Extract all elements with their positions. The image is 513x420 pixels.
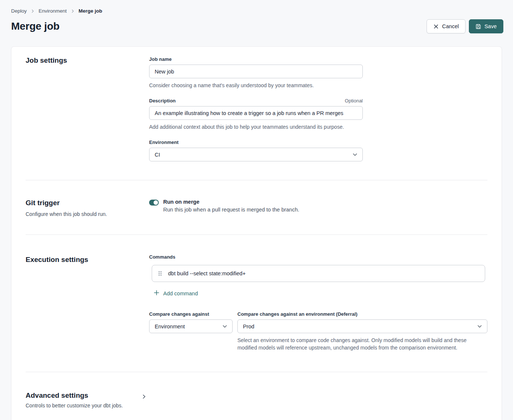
run-on-merge-toggle[interactable] [149,200,159,206]
description-field: Description Optional Add additional cont… [149,98,363,131]
breadcrumb-merge-job: Merge job [79,8,102,14]
advanced-settings-heading-col: Advanced settings Controls to better cus… [26,391,149,408]
page-title: Merge job [11,20,59,32]
section-job-settings: Job settings Job name Consider choosing … [11,47,502,180]
job-name-field: Job name Consider choosing a name that's… [149,56,363,89]
add-command-label: Add command [163,291,198,296]
compare-row: Compare changes against Environment Comp… [149,311,487,351]
command-row[interactable]: dbt build --select state:modified+ [152,265,485,282]
job-settings-heading-col: Job settings [26,56,149,161]
compare-against-label: Compare changes against [149,311,209,317]
chevron-down-icon [223,325,227,328]
deferral-select[interactable]: Prod [237,319,487,333]
chevron-down-icon [353,153,357,156]
x-icon [433,24,439,29]
job-form-card: Job settings Job name Consider choosing … [11,46,502,420]
environment-label: Environment [149,140,178,145]
job-name-input[interactable] [149,65,363,78]
drag-handle-icon[interactable] [158,271,162,276]
description-input[interactable] [149,106,363,120]
section-advanced-settings[interactable]: Advanced settings Controls to better cus… [11,372,502,420]
deferral-helper: Select an environment to compare code ch… [237,337,487,351]
job-settings-form: Job name Consider choosing a name that's… [149,56,487,161]
compare-against-field: Compare changes against Environment [149,311,233,351]
execution-settings-heading: Execution settings [26,256,149,264]
deferral-select-value: Prod [243,324,254,329]
description-optional-tag: Optional [345,98,363,104]
header-actions: Cancel Save [427,19,503,33]
plus-icon [154,290,159,296]
run-on-merge-row: Run on merge Run this job when a pull re… [149,199,487,213]
toggle-knob [154,200,158,205]
git-trigger-heading-col: Git trigger Configure when this job shou… [26,199,149,217]
run-on-merge-label: Run on merge [163,199,299,205]
run-on-merge-text: Run on merge Run this job when a pull re… [163,199,299,213]
advanced-settings-heading: Advanced settings [26,391,149,400]
cancel-button[interactable]: Cancel [427,19,466,33]
page-header: Deploy Environment Merge job Merge job C… [0,0,513,33]
floppy-disk-icon [476,24,481,29]
section-git-trigger: Git trigger Configure when this job shou… [11,180,502,234]
save-button-label: Save [484,23,497,29]
breadcrumb-environment[interactable]: Environment [39,8,67,14]
compare-against-select-value: Environment [155,324,185,329]
advanced-settings-subheading: Controls to better customize your dbt jo… [26,403,149,408]
description-label: Description [149,98,176,104]
chevron-right-icon [31,9,34,13]
merge-job-page: Deploy Environment Merge job Merge job C… [0,0,513,420]
job-name-helper: Consider choosing a name that's easily u… [149,82,363,89]
breadcrumb: Deploy Environment Merge job [11,8,503,14]
compare-against-select[interactable]: Environment [149,319,233,333]
git-trigger-subheading: Configure when this job should run. [26,211,149,217]
deferral-label: Compare changes against an environment (… [237,311,358,317]
commands-label: Commands [149,254,175,260]
git-trigger-form: Run on merge Run this job when a pull re… [149,199,487,217]
environment-field: Environment CI [149,140,363,161]
job-name-label: Job name [149,56,172,62]
cancel-button-label: Cancel [442,23,459,29]
save-button[interactable]: Save [469,19,503,33]
section-execution-settings: Execution settings Commands dbt build --… [11,235,502,372]
breadcrumb-deploy[interactable]: Deploy [11,8,27,14]
chevron-right-icon[interactable] [142,394,146,408]
chevron-down-icon [477,325,482,328]
command-text[interactable]: dbt build --select state:modified+ [168,270,246,276]
deferral-field: Compare changes against an environment (… [237,311,487,351]
job-settings-heading: Job settings [26,56,149,65]
environment-select-value: CI [155,152,160,158]
environment-select[interactable]: CI [149,148,363,161]
execution-settings-heading-col: Execution settings [26,254,149,351]
chevron-right-icon [71,9,75,13]
title-row: Merge job Cancel S [11,19,503,33]
description-helper: Add additional context about this job to… [149,123,363,131]
run-on-merge-description: Run this job when a pull request is merg… [163,207,299,213]
add-command-button[interactable]: Add command [154,290,198,296]
git-trigger-heading: Git trigger [26,199,149,207]
execution-settings-form: Commands dbt build --select state:modifi… [149,254,487,351]
